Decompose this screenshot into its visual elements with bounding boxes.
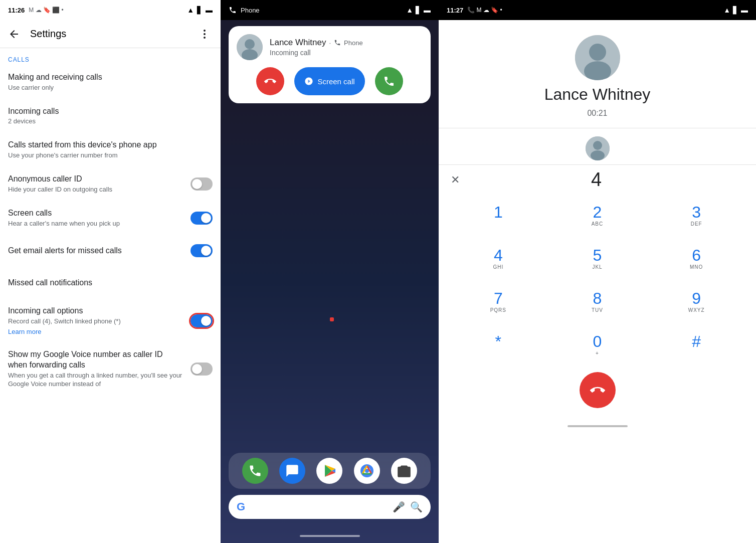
- screen-call-button[interactable]: Screen call: [294, 67, 364, 95]
- keypad-letters-6: MNO: [690, 264, 703, 271]
- calls-started-title: Calls started from this device's phone a…: [8, 140, 213, 150]
- settings-panel: 11:26 M ☁ 🔖 ⬛ • ▲ ▋ ▬ Settings CALLS Mak…: [0, 0, 221, 543]
- dock-play-icon[interactable]: [316, 458, 342, 484]
- incoming-options-link[interactable]: Learn more: [8, 328, 182, 335]
- keypad-letters-3: DEF: [691, 221, 702, 228]
- keypad-bottom-row: [439, 367, 756, 418]
- small-avatar-row: [439, 128, 756, 164]
- settings-item-calls-started[interactable]: Calls started from this device's phone a…: [0, 133, 221, 167]
- keypad-key-1[interactable]: 1: [449, 195, 548, 238]
- keypad-digit-2: 2: [593, 204, 602, 220]
- svg-point-0: [204, 30, 206, 32]
- settings-item-email-alerts[interactable]: Get email alerts for missed calls: [0, 235, 221, 267]
- phone-battery-icon: ▬: [424, 6, 431, 14]
- incoming-options-title: Incoming call options: [8, 306, 182, 316]
- settings-item-show-gv[interactable]: Show my Google Voice number as caller ID…: [0, 342, 221, 395]
- dock-phone-icon[interactable]: [242, 458, 268, 484]
- end-call-button[interactable]: [580, 372, 616, 408]
- caller-avatar: [237, 34, 263, 60]
- dock-chrome-icon[interactable]: [354, 458, 380, 484]
- keypad-digit-0: 0: [593, 333, 602, 349]
- anon-caller-toggle-thumb: [192, 179, 202, 189]
- keypad-key-9[interactable]: 9 WXYZ: [647, 281, 746, 324]
- contact-avatar-large: [575, 35, 620, 80]
- incoming-options-toggle-wrap: [191, 314, 213, 327]
- email-alerts-toggle[interactable]: [191, 244, 213, 257]
- email-alerts-toggle-wrap: [191, 244, 213, 257]
- settings-body: CALLS Making and receiving calls Use car…: [0, 48, 221, 543]
- phone-wifi-icon: ▲: [406, 6, 413, 14]
- back-button[interactable]: [2, 22, 26, 46]
- anon-caller-toggle[interactable]: [191, 177, 213, 191]
- red-dot: [330, 317, 334, 321]
- settings-status-icons: M ☁ 🔖 ⬛ •: [29, 7, 64, 14]
- settings-item-screen-calls[interactable]: Screen calls Hear a caller's name when y…: [0, 201, 221, 235]
- making-receiving-title: Making and receiving calls: [8, 72, 213, 83]
- contact-card-top: Lance Whitney 00:21: [439, 20, 756, 128]
- settings-title: Settings: [30, 28, 193, 40]
- keypad-close-button[interactable]: ✕: [451, 173, 471, 187]
- settings-status-time: 11:26: [8, 7, 25, 14]
- settings-item-missed-notifs[interactable]: Missed call notifications: [0, 267, 221, 299]
- settings-item-anon-caller[interactable]: Anonymous caller ID Hide your caller ID …: [0, 167, 221, 201]
- screen-calls-title: Screen calls: [8, 208, 182, 219]
- dialer-status-icons-text: 📞 M ☁ 🔖 •: [467, 7, 502, 14]
- svg-point-22: [593, 141, 602, 150]
- decline-button[interactable]: [256, 67, 284, 95]
- keypad-key-0[interactable]: 0 +: [548, 324, 647, 367]
- keypad-key-7[interactable]: 7 PQRS: [449, 281, 548, 324]
- keypad-key-4[interactable]: 4 GHI: [449, 238, 548, 281]
- settings-item-incoming-options[interactable]: Incoming call options Record call (4), S…: [0, 299, 221, 342]
- dialer-home-indicator: [439, 418, 756, 434]
- settings-item-incoming-calls[interactable]: Incoming calls 2 devices: [0, 99, 221, 133]
- keypad-letters-9: WXYZ: [688, 307, 705, 314]
- show-gv-toggle[interactable]: [191, 363, 213, 376]
- keypad-grid: 1 2 ABC 3 DEF 4 GHI 5 JKL 6 MNO: [439, 195, 756, 367]
- keypad-digit-5: 5: [593, 247, 602, 263]
- incoming-options-toggle[interactable]: [191, 314, 213, 327]
- settings-item-making-receiving[interactable]: Making and receiving calls Use carrier o…: [0, 65, 221, 99]
- calls-section-label: CALLS: [0, 48, 221, 65]
- missed-notifs-title: Missed call notifications: [8, 278, 213, 288]
- svg-point-4: [245, 39, 255, 49]
- phone-search-bar[interactable]: G 🎤 🔍: [229, 495, 431, 519]
- dialer-status-bar: 11:27 📞 M ☁ 🔖 • ▲ ▋ ▬: [439, 0, 756, 20]
- end-call-icon: [590, 383, 605, 398]
- dock-messages-icon[interactable]: [279, 458, 305, 484]
- contact-avatar-img: [575, 35, 620, 80]
- keypad-key-8[interactable]: 8 TUV: [548, 281, 647, 324]
- incoming-options-subtitle: Record call (4), Switch linked phone (*): [8, 317, 182, 326]
- screen-calls-toggle[interactable]: [191, 212, 213, 225]
- calls-started-subtitle: Use your phone's carrier number from: [8, 151, 213, 160]
- dialer-status-time: 11:27: [447, 7, 463, 14]
- mic-icon: 🎤: [393, 501, 405, 513]
- email-alerts-title: Get email alerts for missed calls: [8, 246, 182, 256]
- dock-camera-icon[interactable]: [391, 458, 417, 484]
- phone-badge-icon: [334, 39, 341, 46]
- keypad-key-hash[interactable]: #: [647, 324, 746, 367]
- contact-display-name: Lance Whitney: [544, 85, 651, 104]
- signal-icon: ▋: [197, 6, 203, 14]
- anon-caller-toggle-wrap: [191, 177, 213, 191]
- dialer-panel: 11:27 📞 M ☁ 🔖 • ▲ ▋ ▬ Lance Whitney 00:2…: [439, 0, 756, 543]
- keypad-digit-8: 8: [593, 290, 602, 306]
- show-gv-subtitle: When you get a call through a linked num…: [8, 372, 182, 389]
- more-options-button[interactable]: [193, 22, 217, 46]
- keypad-key-6[interactable]: 6 MNO: [647, 238, 746, 281]
- settings-header: Settings: [0, 20, 221, 48]
- keypad-key-3[interactable]: 3 DEF: [647, 195, 746, 238]
- svg-point-23: [591, 150, 605, 160]
- dialer-home-bar: [568, 425, 628, 427]
- dock-chrome-svg: [358, 462, 376, 480]
- incoming-call-card: Lance Whitney · Phone Incoming call Scre…: [229, 26, 431, 103]
- dialer-signal-icons: ▲ ▋ ▬: [723, 6, 748, 14]
- accept-button[interactable]: [375, 67, 403, 95]
- keypad-digit-3: 3: [692, 204, 701, 220]
- keypad-key-5[interactable]: 5 JKL: [548, 238, 647, 281]
- battery-icon: ▬: [206, 6, 213, 14]
- show-gv-title: Show my Google Voice number as caller ID…: [8, 349, 182, 371]
- keypad-key-star[interactable]: *: [449, 324, 548, 367]
- small-avatar: [586, 136, 610, 160]
- keypad-digit-7: 7: [494, 290, 503, 306]
- keypad-key-2[interactable]: 2 ABC: [548, 195, 647, 238]
